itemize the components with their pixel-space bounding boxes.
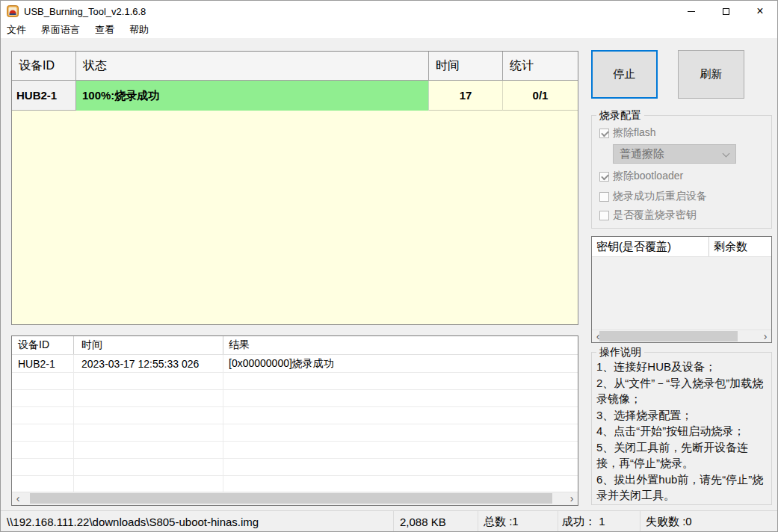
col-header-device-id[interactable]: 设备ID [12, 52, 76, 80]
maximize-icon [723, 8, 729, 15]
instruction-line: 1、连接好HUB及设备； [596, 359, 768, 375]
reboot-after-checkbox-row[interactable]: 烧录成功后重启设备 [599, 191, 707, 202]
refresh-button[interactable]: 刷新 [678, 50, 744, 99]
log-empty-row [12, 442, 578, 459]
menu-file[interactable]: 文件 [7, 22, 33, 39]
log-table-header: 设备ID 时间 结果 [12, 336, 578, 355]
erase-mode-value: 普通擦除 [620, 147, 664, 161]
col-header-remaining[interactable]: 剩余数 [709, 237, 771, 256]
erase-bootloader-checkbox-row[interactable]: 擦除bootloader [599, 170, 683, 182]
minimize-icon [688, 11, 695, 12]
key-table-hscrollbar[interactable]: ‹ › [592, 330, 771, 342]
log-empty-row [12, 476, 578, 493]
log-time-cell: 2023-03-17 12:55:33 026 [74, 355, 223, 372]
stop-button[interactable]: 停止 [591, 50, 658, 99]
window-controls: × [674, 1, 777, 22]
close-button[interactable]: × [743, 1, 777, 22]
log-row[interactable]: HUB2-1 2023-03-17 12:55:33 026 [0x000000… [12, 355, 578, 373]
maximize-button[interactable] [708, 1, 743, 22]
close-icon: × [756, 5, 763, 17]
status-success-count: 成功： 1 [558, 511, 640, 532]
menu-language[interactable]: 界面语言 [41, 22, 87, 39]
device-status-cell: 100%:烧录成功 [76, 81, 429, 111]
status-image-path: \\192.168.111.22\downloads\S805-uboot-hi… [1, 511, 393, 532]
device-table-header: 设备ID 状态 时间 统计 [12, 52, 578, 81]
erase-flash-checkbox[interactable] [599, 129, 609, 138]
instructions-text: 1、连接好HUB及设备； 2、从“文件”－“导入烧录包”加载烧录镜像； 3、选择… [596, 359, 768, 504]
device-time-cell: 17 [429, 81, 503, 111]
device-status-table: 设备ID 状态 时间 统计 HUB2-1 100%:烧录成功 17 0/1 [11, 51, 578, 325]
log-empty-row [12, 373, 578, 390]
scroll-right-icon[interactable]: › [566, 492, 578, 504]
col-header-key[interactable]: 密钥(是否覆盖) [592, 237, 709, 256]
status-total-count: 总数 :1 [478, 511, 558, 532]
app-window: USB_Burning_Tool_v2.1.6.8 × 文件 界面语言 查看 帮… [0, 0, 778, 532]
burn-config-title: 烧录配置 [596, 109, 644, 123]
reboot-after-checkbox[interactable] [599, 192, 609, 202]
app-icon [7, 5, 19, 17]
status-failed-count: 失败数 :0 [640, 511, 777, 532]
key-table-header: 密钥(是否覆盖) 剩余数 [592, 237, 771, 257]
overwrite-key-checkbox-row[interactable]: 是否覆盖烧录密钥 [599, 209, 697, 221]
log-table-scroll-thumb[interactable] [30, 493, 552, 504]
overwrite-key-checkbox[interactable] [599, 211, 609, 220]
log-col-header-result[interactable]: 结果 [223, 336, 578, 354]
log-table-hscrollbar[interactable]: ‹ › [12, 492, 578, 505]
log-result-cell: [0x00000000]烧录成功 [223, 355, 578, 372]
menu-view[interactable]: 查看 [95, 22, 121, 39]
device-row[interactable]: HUB2-1 100%:烧录成功 17 0/1 [12, 81, 578, 111]
erase-bootloader-label: 擦除bootloader [613, 170, 683, 183]
col-header-status[interactable]: 状态 [76, 52, 429, 80]
device-stat-cell: 0/1 [503, 81, 578, 111]
minimize-button[interactable] [674, 1, 708, 22]
overwrite-key-label: 是否覆盖烧录密钥 [613, 208, 697, 222]
log-empty-row [12, 424, 578, 442]
status-image-size: 2,088 KB [393, 511, 478, 532]
menu-bar: 文件 界面语言 查看 帮助 [1, 22, 777, 38]
reboot-after-label: 烧录成功后重启设备 [613, 190, 707, 203]
instructions-title: 操作说明 [596, 346, 644, 359]
chevron-down-icon [723, 150, 730, 158]
log-device-id-cell: HUB2-1 [12, 355, 74, 372]
scroll-right-icon[interactable]: › [759, 330, 771, 342]
instruction-line: 2、从“文件”－“导入烧录包”加载烧录镜像； [596, 375, 768, 407]
col-header-stat[interactable]: 统计 [503, 52, 578, 80]
erase-flash-checkbox-row[interactable]: 擦除flash [599, 127, 656, 139]
log-col-header-device-id[interactable]: 设备ID [12, 336, 74, 354]
log-empty-row [12, 390, 578, 407]
log-table: 设备ID 时间 结果 HUB2-1 2023-03-17 12:55:33 02… [11, 335, 578, 506]
instruction-line: 5、关闭工具前，先断开设备连接，再“停止”烧录。 [596, 439, 768, 471]
burn-config-group: 烧录配置 擦除flash 普通擦除 擦除bootloader 烧录成功后重启设备… [591, 115, 772, 229]
window-title: USB_Burning_Tool_v2.1.6.8 [24, 6, 146, 17]
status-bar: \\192.168.111.22\downloads\S805-uboot-hi… [1, 510, 777, 532]
erase-bootloader-checkbox[interactable] [599, 172, 609, 182]
log-col-header-time[interactable]: 时间 [74, 336, 223, 354]
menu-help[interactable]: 帮助 [129, 22, 155, 39]
log-empty-row [12, 459, 578, 476]
device-id-cell: HUB2-1 [12, 81, 76, 111]
instructions-group: 操作说明 1、连接好HUB及设备； 2、从“文件”－“导入烧录包”加载烧录镜像；… [591, 352, 772, 505]
client-area: 设备ID 状态 时间 统计 HUB2-1 100%:烧录成功 17 0/1 停止… [1, 38, 778, 510]
key-table: 密钥(是否覆盖) 剩余数 ‹ › [591, 236, 772, 343]
instruction-line: 4、点击“开始”按钮启动烧录； [596, 423, 768, 439]
erase-mode-dropdown[interactable]: 普通擦除 [613, 144, 736, 164]
title-bar: USB_Burning_Tool_v2.1.6.8 × [1, 1, 777, 22]
scroll-left-icon[interactable]: ‹ [12, 492, 24, 504]
instruction-line: 6、拔出外置hub前，请先“停止”烧录并关闭工具。 [596, 471, 768, 504]
log-empty-row [12, 407, 578, 424]
instruction-line: 3、选择烧录配置； [596, 407, 768, 424]
device-table-empty-area [12, 111, 578, 324]
key-table-scroll-thumb[interactable] [599, 331, 738, 341]
col-header-time[interactable]: 时间 [429, 52, 503, 80]
erase-flash-label: 擦除flash [613, 126, 656, 140]
